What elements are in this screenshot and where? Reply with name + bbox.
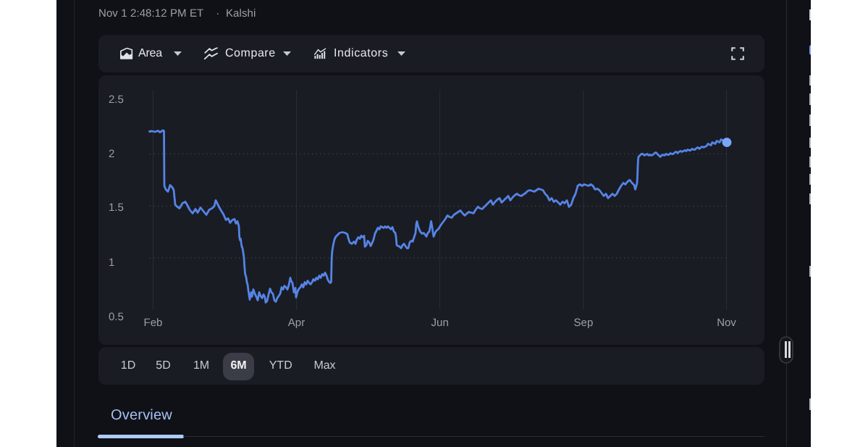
svg-text:Nov: Nov	[717, 317, 736, 329]
svg-text:1.5: 1.5	[109, 201, 124, 214]
svg-text:2.5: 2.5	[109, 93, 124, 106]
svg-text:Jun: Jun	[431, 317, 449, 329]
svg-text:2: 2	[109, 148, 114, 160]
svg-text:1: 1	[109, 256, 114, 269]
svg-text:0.5: 0.5	[109, 311, 124, 323]
svg-text:Feb: Feb	[144, 317, 163, 329]
svg-text:Sep: Sep	[574, 317, 594, 329]
svg-text:Apr: Apr	[288, 317, 305, 329]
